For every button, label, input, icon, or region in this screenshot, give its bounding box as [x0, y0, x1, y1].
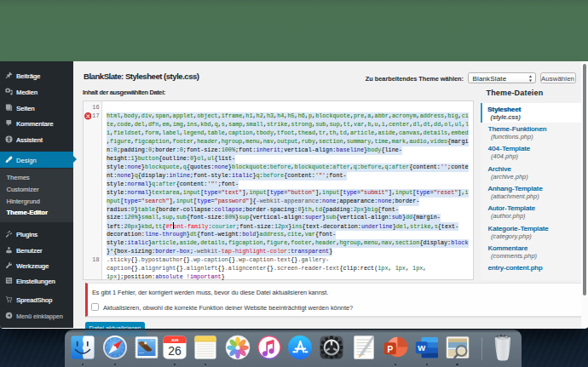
svg-text:26: 26 — [168, 344, 182, 358]
svg-text:P: P — [387, 345, 393, 354]
svg-text:W: W — [418, 343, 425, 353]
svg-text:JUN: JUN — [171, 338, 179, 342]
